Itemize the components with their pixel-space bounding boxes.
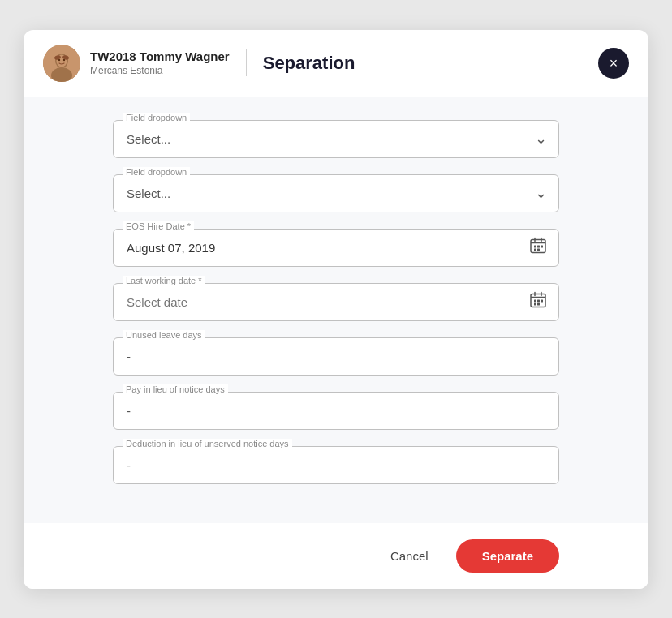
unused-leave-days-wrapper [113, 337, 559, 376]
pay-in-lieu-wrapper [113, 392, 559, 430]
cancel-button[interactable]: Cancel [376, 541, 443, 571]
field-dropdown-2-group: Field dropdown Select... ⌄ [113, 174, 559, 212]
field-dropdown-1-wrapper: Select... ⌄ [113, 120, 559, 158]
avatar [43, 45, 80, 82]
modal-footer: Cancel Separate [24, 523, 648, 589]
eos-hire-date-label: EOS Hire Date [123, 221, 194, 231]
modal-body: Field dropdown Select... ⌄ Field dropdow… [24, 97, 648, 523]
eos-hire-date-wrapper [113, 229, 559, 267]
unused-leave-days-input[interactable] [114, 338, 558, 375]
field-dropdown-2-wrapper: Select... ⌄ [113, 174, 559, 212]
unused-leave-days-group: Unused leave days [113, 337, 559, 376]
deduction-in-lieu-label: Deduction in lieu of unserved notice day… [123, 439, 292, 448]
modal-title: Separation [263, 53, 355, 74]
field-dropdown-1-group: Field dropdown Select... ⌄ [113, 120, 559, 158]
deduction-in-lieu-input[interactable] [114, 447, 558, 483]
user-display-name: TW2018 Tommy Wagner [90, 49, 230, 63]
pay-in-lieu-label: Pay in lieu of notice days [123, 384, 228, 394]
separate-button[interactable]: Separate [456, 539, 559, 573]
field-dropdown-2-label: Field dropdown [123, 167, 190, 177]
user-company: Mercans Estonia [90, 65, 230, 76]
unused-leave-days-label: Unused leave days [123, 330, 205, 340]
last-working-date-group: Last working date [113, 283, 559, 321]
eos-hire-date-group: EOS Hire Date [113, 229, 559, 267]
eos-hire-date-input[interactable] [114, 230, 558, 266]
modal-header: TW2018 Tommy Wagner Mercans Estonia Sepa… [24, 30, 648, 97]
pay-in-lieu-input[interactable] [114, 393, 558, 429]
pay-in-lieu-group: Pay in lieu of notice days [113, 392, 559, 430]
deduction-in-lieu-group: Deduction in lieu of unserved notice day… [113, 446, 559, 484]
last-working-date-input[interactable] [114, 284, 558, 320]
separation-modal: TW2018 Tommy Wagner Mercans Estonia Sepa… [24, 30, 648, 589]
last-working-date-label: Last working date [123, 276, 205, 285]
close-button[interactable]: × [598, 48, 629, 79]
field-dropdown-2-select[interactable]: Select... [114, 175, 558, 212]
last-working-date-wrapper [113, 283, 559, 321]
user-info: TW2018 Tommy Wagner Mercans Estonia [90, 49, 247, 76]
field-dropdown-1-label: Field dropdown [123, 113, 190, 122]
field-dropdown-1-select[interactable]: Select... [114, 121, 558, 157]
deduction-in-lieu-wrapper [113, 446, 559, 484]
